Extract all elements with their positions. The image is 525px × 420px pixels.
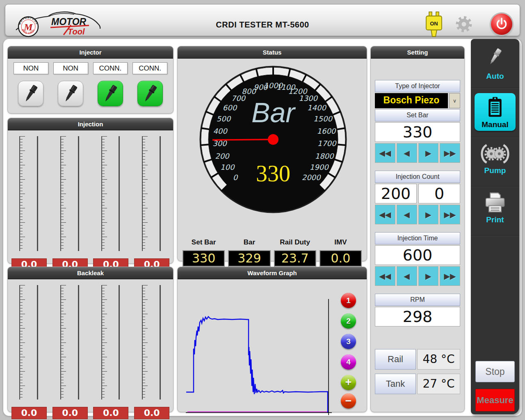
- injection-time-increase-button[interactable]: ▶: [418, 266, 439, 286]
- waveform-channel-2-button[interactable]: 2: [341, 313, 356, 329]
- zoom-in-button[interactable]: +: [341, 375, 356, 390]
- injector-icon: [60, 83, 81, 104]
- injector-3-button[interactable]: [98, 81, 123, 106]
- injection-time-decrease-button[interactable]: ◀: [397, 266, 417, 286]
- railduty-readout-value: 23.7: [274, 250, 316, 267]
- sidebar-manual-label: Manual: [475, 120, 516, 129]
- injector-panel-title: Injector: [8, 46, 173, 59]
- waveform-panel-title: Waveform Graph: [178, 267, 367, 279]
- svg-text:1300: 1300: [299, 94, 318, 103]
- scale-ruler: [60, 136, 66, 251]
- svg-text:100: 100: [220, 163, 235, 171]
- zoom-out-button[interactable]: −: [341, 393, 356, 409]
- power-icon: [491, 14, 512, 35]
- sidebar-item-pump[interactable]: Pump: [471, 137, 519, 186]
- status-panel: Status 010020030040050060070080090010001…: [177, 46, 367, 261]
- injector-panel: Injector NON NON CONN. CONN.: [7, 46, 173, 114]
- svg-text:1900: 1900: [310, 163, 329, 171]
- injection-time-fast-increase-button[interactable]: ▶▶: [440, 266, 460, 286]
- waveform-panel: Waveform Graph 1 2 3 4 + −: [177, 267, 367, 412]
- backleak-channel-2: 0.0: [50, 279, 91, 420]
- injector-2-button[interactable]: [58, 81, 83, 106]
- setbar-readout-value: 330: [183, 250, 225, 267]
- power-button[interactable]: [491, 14, 512, 35]
- sidebar-item-manual[interactable]: Manual: [475, 93, 516, 131]
- backleak-value-3: 0.0: [93, 407, 128, 419]
- setting-panel: Setting Type of Injector Bosch Piezo v S…: [370, 46, 465, 412]
- injection-time-fast-decrease-button[interactable]: ◀◀: [375, 266, 395, 286]
- bar-readout-value: 329: [228, 250, 270, 267]
- injection-time-stepper: ◀◀ ◀ ▶ ▶▶: [375, 266, 460, 286]
- injector-icon: [485, 43, 505, 70]
- scale-ruler: [142, 285, 148, 399]
- injector-1-button[interactable]: [18, 81, 43, 106]
- printer-icon: [484, 192, 507, 214]
- backleak-panel: Backleak 0.0 0.0 0.0 0.0: [7, 267, 173, 412]
- set-bar-increase-button[interactable]: ▶: [418, 143, 439, 163]
- injector-4-button[interactable]: [137, 81, 163, 106]
- injection-channel-2: 0.0: [50, 130, 91, 276]
- mode-sidebar: Auto Manual Pump Print Stop Measure: [471, 39, 519, 414]
- injection-count-decrease-button[interactable]: ◀: [397, 205, 417, 224]
- injector-4-status: CONN.: [132, 62, 167, 74]
- svg-text:600: 600: [223, 103, 237, 112]
- injector-type-dropdown-button[interactable]: v: [449, 93, 460, 108]
- sidebar-item-auto[interactable]: Auto: [471, 39, 519, 87]
- imv-readout-label: IMV: [320, 238, 362, 247]
- sidebar-auto-label: Auto: [471, 72, 519, 81]
- settings-gear-icon[interactable]: [455, 15, 473, 35]
- usb-plug-icon: ON: [425, 11, 443, 37]
- svg-text:0: 0: [233, 173, 238, 182]
- svg-text:330: 330: [256, 161, 290, 186]
- scale-ruler: [101, 285, 107, 399]
- svg-text:1700: 1700: [317, 139, 337, 148]
- sidebar-print-label: Print: [471, 215, 519, 224]
- scale-ruler: [142, 136, 148, 251]
- backleak-value-2: 0.0: [52, 407, 88, 419]
- injection-panel-title: Injection: [8, 118, 173, 130]
- gauge-track: [160, 136, 161, 251]
- status-readouts: Set Bar 330 Bar 329 Rail Duty 23.7 IMV 0…: [183, 238, 362, 267]
- injector-icon: [140, 83, 160, 104]
- injector-2-status: NON: [53, 62, 88, 74]
- gauge-track: [37, 285, 38, 399]
- injection-count-fast-increase-button[interactable]: ▶▶: [440, 205, 460, 224]
- set-bar-fast-decrease-button[interactable]: ◀◀: [375, 143, 395, 163]
- backleak-panel-title: Backleak: [8, 267, 173, 279]
- set-bar-fast-increase-button[interactable]: ▶▶: [440, 143, 460, 163]
- svg-text:1600: 1600: [317, 127, 336, 135]
- injector-1-status: NON: [14, 62, 48, 74]
- injection-channel-4: 0.0: [131, 130, 172, 276]
- injection-count-stepper: ◀◀ ◀ ▶ ▶▶: [375, 205, 460, 224]
- scale-ruler: [101, 136, 107, 251]
- stop-button[interactable]: Stop: [475, 361, 515, 382]
- set-bar-decrease-button[interactable]: ◀: [397, 143, 417, 163]
- injector-type-value: Bosch Piezo: [375, 93, 448, 108]
- status-panel-title: Status: [178, 46, 367, 59]
- usb-connection-indicator[interactable]: ON: [425, 11, 443, 39]
- svg-text:1500: 1500: [313, 114, 333, 123]
- svg-text:1400: 1400: [307, 103, 326, 112]
- injection-count-fast-decrease-button[interactable]: ◀◀: [375, 205, 395, 224]
- rpm-label: RPM: [375, 294, 460, 306]
- svg-text:200: 200: [215, 152, 230, 160]
- waveform-channel-4-button[interactable]: 4: [341, 354, 356, 370]
- setbar-readout-label: Set Bar: [183, 238, 225, 247]
- injection-count-increase-button[interactable]: ▶: [418, 205, 439, 224]
- rpm-value: 298: [375, 307, 460, 326]
- sidebar-item-print[interactable]: Print: [471, 187, 519, 235]
- waveform-channel-1-button[interactable]: 1: [341, 293, 356, 308]
- injector-icon: [100, 83, 121, 104]
- measure-button[interactable]: Measure: [475, 389, 515, 411]
- svg-text:2000: 2000: [302, 173, 321, 182]
- gauge-track: [160, 285, 161, 399]
- sidebar-divider: [471, 88, 519, 89]
- set-bar-value: 330: [375, 122, 460, 142]
- tank-temp-label: Tank: [375, 374, 416, 394]
- injection-count-target: 200: [375, 184, 417, 203]
- scale-ruler: [19, 285, 25, 399]
- injection-channel-1: 0.0: [9, 130, 50, 276]
- svg-text:400: 400: [213, 127, 228, 135]
- waveform-channel-3-button[interactable]: 3: [341, 334, 356, 349]
- clipboard-icon: [486, 96, 504, 119]
